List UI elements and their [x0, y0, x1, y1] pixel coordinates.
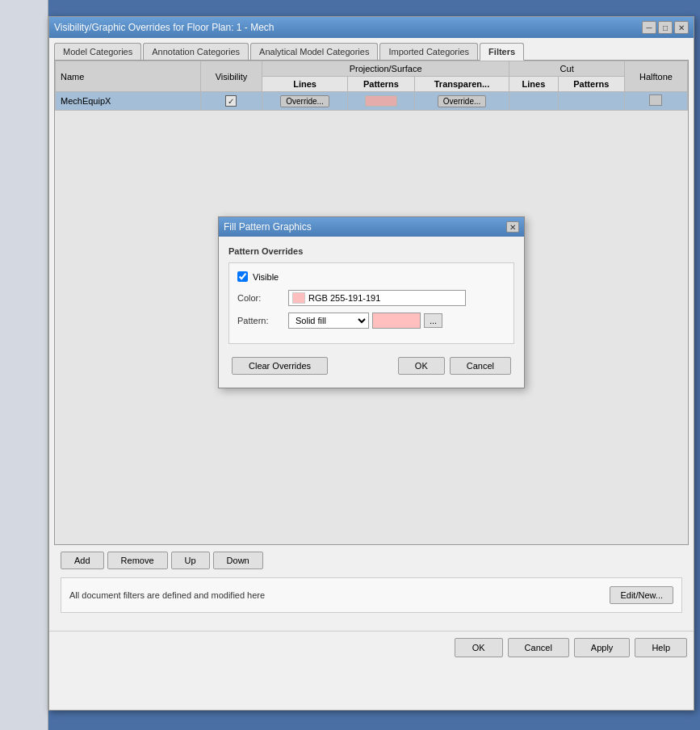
- pattern-row: Solid fill ...: [288, 313, 505, 329]
- apply-button[interactable]: Apply: [574, 638, 631, 657]
- pattern-label: Pattern:: [237, 316, 282, 325]
- modal-title: Fill Pattern Graphics: [224, 221, 312, 233]
- pattern-field-row: Pattern: Solid fill ...: [237, 313, 505, 329]
- modal-action-buttons: Clear Overrides OK Cancel: [228, 352, 514, 378]
- modal-title-bar: Fill Pattern Graphics ✕: [219, 217, 524, 237]
- title-bar: Visibility/Graphic Overrides for Floor P…: [49, 17, 694, 38]
- up-button[interactable]: Up: [171, 552, 210, 569]
- color-picker-button[interactable]: RGB 255-191-191: [288, 290, 466, 306]
- visible-row: Visible: [237, 271, 505, 282]
- tab-model-categories[interactable]: Model Categories: [54, 43, 141, 60]
- main-table-area: Name Visibility Projection/Surface Cut H…: [54, 61, 689, 545]
- color-field-row: Color: RGB 255-191-191: [237, 290, 505, 306]
- tab-filters[interactable]: Filters: [480, 43, 524, 61]
- down-button[interactable]: Down: [213, 552, 263, 569]
- pattern-preview-swatch: [372, 313, 421, 329]
- modal-close-button[interactable]: ✕: [506, 221, 519, 233]
- edit-new-button[interactable]: Edit/New...: [610, 586, 673, 604]
- modal-body: Pattern Overrides Visible Color:: [219, 237, 524, 388]
- clear-overrides-button[interactable]: Clear Overrides: [232, 357, 328, 375]
- color-label: Color:: [237, 293, 282, 303]
- bottom-section: Add Remove Up Down All document filters …: [54, 545, 689, 626]
- ok-button[interactable]: OK: [455, 638, 503, 657]
- tab-analytical-model-categories[interactable]: Analytical Model Categories: [250, 43, 378, 60]
- cancel-button[interactable]: Cancel: [508, 638, 569, 657]
- title-bar-buttons: ─ □ ✕: [642, 21, 689, 34]
- add-button[interactable]: Add: [61, 552, 104, 569]
- close-button[interactable]: ✕: [674, 21, 689, 34]
- info-text: All document filters are defined and mod…: [69, 590, 265, 600]
- tab-annotation-categories[interactable]: Annotation Categories: [143, 43, 249, 60]
- tab-imported-categories[interactable]: Imported Categories: [379, 43, 478, 60]
- remove-button[interactable]: Remove: [107, 552, 168, 569]
- pattern-browse-button[interactable]: ...: [424, 313, 442, 328]
- modal-overlay: Fill Pattern Graphics ✕ Pattern Override…: [55, 61, 688, 544]
- color-preview: [292, 292, 305, 304]
- modal-ok-button[interactable]: OK: [398, 357, 445, 375]
- window-content: Model Categories Annotation Categories A…: [49, 38, 694, 631]
- maximize-button[interactable]: □: [658, 21, 673, 34]
- minimize-button[interactable]: ─: [642, 21, 656, 34]
- window-title: Visibility/Graphic Overrides for Floor P…: [54, 22, 275, 33]
- modal-inner: Visible Color: RGB 255-191-191: [228, 262, 514, 344]
- main-window: Visibility/Graphic Overrides for Floor P…: [48, 16, 694, 711]
- help-button[interactable]: Help: [635, 638, 687, 657]
- visible-label: Visible: [253, 272, 279, 282]
- fill-pattern-modal: Fill Pattern Graphics ✕ Pattern Override…: [218, 216, 525, 388]
- modal-right-buttons: OK Cancel: [398, 357, 511, 375]
- footer-buttons: OK Cancel Apply Help: [49, 631, 694, 664]
- left-panel: [0, 0, 48, 730]
- action-buttons: Add Remove Up Down: [61, 552, 682, 569]
- visible-checkbox[interactable]: [237, 271, 248, 282]
- modal-cancel-button[interactable]: Cancel: [450, 357, 511, 375]
- modal-group-label: Pattern Overrides: [228, 246, 514, 256]
- tab-bar: Model Categories Annotation Categories A…: [54, 43, 689, 61]
- color-value: RGB 255-191-191: [308, 293, 380, 303]
- pattern-select[interactable]: Solid fill: [288, 313, 369, 329]
- info-box: All document filters are defined and mod…: [61, 577, 682, 613]
